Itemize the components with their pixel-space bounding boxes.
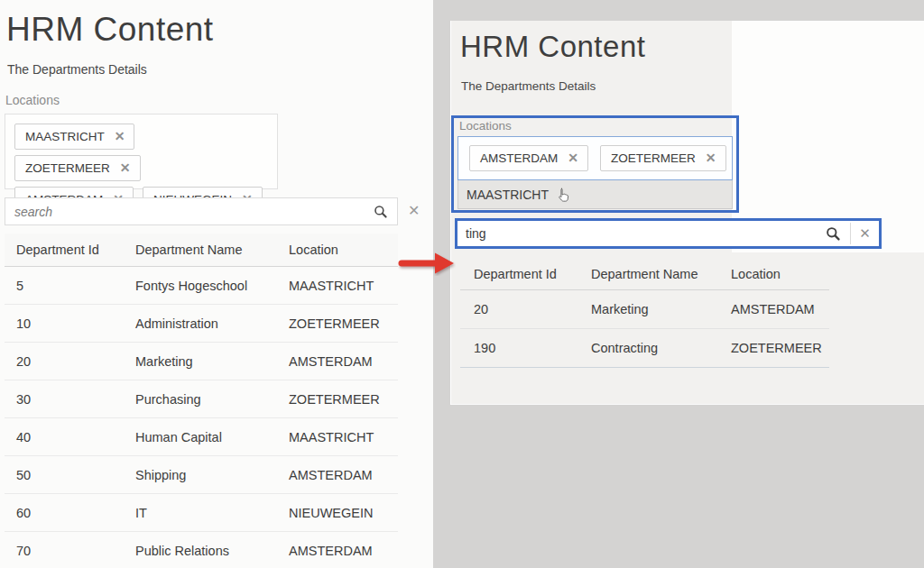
- locations-chips-box[interactable]: AMSTERDAM ✕ ZOETERMEER ✕: [457, 136, 733, 180]
- departments-table-filtered: Department Id Department Name Location 2…: [460, 258, 829, 368]
- chip-remove-icon[interactable]: ✕: [568, 151, 578, 164]
- col-department-name: Department Name: [591, 267, 731, 281]
- cell-location: ZOETERMEER: [731, 341, 829, 355]
- col-department-id: Department Id: [474, 267, 591, 281]
- cell-id: 10: [16, 316, 135, 331]
- cell-location: AMSTERDAM: [289, 354, 398, 369]
- cell-location: MAASTRICHT: [289, 430, 398, 444]
- cell-name: Marketing: [591, 302, 731, 316]
- table-row[interactable]: 70 Public Relations AMSTERDAM: [5, 532, 398, 568]
- cell-location: AMSTERDAM: [731, 302, 829, 316]
- chip-label: ZOETERMEER: [611, 151, 696, 165]
- table-row[interactable]: 190 Contracting ZOETERMEER: [460, 329, 829, 368]
- cell-id: 40: [16, 430, 135, 444]
- col-department-name: Department Name: [135, 243, 289, 257]
- chip-label: MAASTRICHT: [25, 130, 105, 143]
- search-clear-icon[interactable]: ✕: [851, 221, 879, 246]
- cell-name: Public Relations: [135, 544, 289, 558]
- col-location: Location: [289, 243, 398, 257]
- cell-id: 30: [16, 392, 135, 407]
- cell-name: Human Capital: [135, 430, 289, 444]
- locations-chips-box[interactable]: MAASTRICHT ✕ ZOETERMEER ✕ AMSTERDAM ✕ NI…: [5, 114, 278, 189]
- cell-location: ZOETERMEER: [289, 316, 398, 331]
- table-header: Department Id Department Name Location: [5, 234, 398, 267]
- dropdown-option-label: MAASTRICHT: [467, 188, 549, 202]
- locations-label: Locations: [459, 119, 512, 133]
- col-location: Location: [731, 267, 829, 281]
- table-row[interactable]: 10 Administration ZOETERMEER: [5, 305, 398, 343]
- cell-id: 70: [16, 544, 135, 558]
- table-row[interactable]: 60 IT NIEUWEGEIN: [5, 494, 398, 532]
- chip-label: ZOETERMEER: [25, 161, 110, 175]
- page-subtitle: The Departments Details: [7, 62, 147, 77]
- cell-name: Administration: [135, 316, 289, 331]
- cell-location: NIEUWEGEIN: [289, 506, 398, 520]
- search-box[interactable]: [5, 197, 398, 225]
- table-row[interactable]: 20 Marketing AMSTERDAM: [460, 290, 829, 329]
- chip-amsterdam[interactable]: AMSTERDAM ✕: [469, 145, 588, 171]
- cell-id: 5: [16, 279, 135, 293]
- chip-remove-icon[interactable]: ✕: [120, 161, 131, 174]
- table-header: Department Id Department Name Location: [460, 258, 829, 290]
- search-input[interactable]: [14, 205, 374, 219]
- search-clear-icon[interactable]: ✕: [408, 204, 420, 218]
- cell-location: MAASTRICHT: [289, 279, 398, 293]
- cell-id: 190: [474, 341, 591, 355]
- departments-table: Department Id Department Name Location 5…: [5, 234, 398, 568]
- cell-name: Purchasing: [135, 392, 289, 407]
- search-input[interactable]: [466, 226, 826, 241]
- chip-zoetermeer[interactable]: ZOETERMEER ✕: [14, 155, 141, 181]
- cell-name: IT: [135, 506, 289, 520]
- table-row[interactable]: 30 Purchasing ZOETERMEER: [5, 380, 398, 418]
- cell-name: Fontys Hogeschool: [135, 279, 289, 293]
- table-row[interactable]: 20 Marketing AMSTERDAM: [5, 343, 398, 380]
- page-title: HRM Content: [6, 11, 214, 49]
- red-arrow-icon: [398, 251, 456, 276]
- cell-id: 20: [474, 302, 591, 316]
- col-department-id: Department Id: [16, 243, 135, 257]
- dropdown-option-maastricht[interactable]: MAASTRICHT: [457, 180, 733, 209]
- table-row[interactable]: 40 Human Capital MAASTRICHT: [5, 418, 398, 456]
- cell-location: AMSTERDAM: [289, 544, 398, 558]
- search-icon[interactable]: [826, 226, 841, 242]
- search-annotation-box[interactable]: ✕: [455, 218, 882, 249]
- left-app-panel: HRM Content The Departments Details Loca…: [0, 0, 433, 568]
- cell-name: Marketing: [135, 354, 289, 369]
- chip-zoetermeer[interactable]: ZOETERMEER ✕: [600, 145, 726, 171]
- cell-id: 50: [16, 468, 135, 482]
- search-icon[interactable]: [374, 205, 388, 219]
- cell-location: ZOETERMEER: [289, 392, 398, 407]
- table-row[interactable]: 50 Shipping AMSTERDAM: [5, 456, 398, 494]
- chip-label: AMSTERDAM: [480, 151, 558, 165]
- cell-name: Contracting: [591, 341, 731, 355]
- cell-name: Shipping: [135, 468, 289, 482]
- cell-id: 60: [16, 506, 135, 520]
- locations-label: Locations: [5, 93, 60, 107]
- chip-remove-icon[interactable]: ✕: [115, 130, 125, 142]
- chip-maastricht[interactable]: MAASTRICHT ✕: [14, 124, 134, 150]
- table-row[interactable]: 5 Fontys Hogeschool MAASTRICHT: [5, 267, 398, 305]
- hand-cursor-icon: [554, 187, 571, 204]
- cell-location: AMSTERDAM: [289, 468, 398, 482]
- chip-remove-icon[interactable]: ✕: [706, 151, 716, 164]
- search-box[interactable]: [457, 221, 850, 246]
- page-title-zoomed: HRM Content: [460, 30, 645, 64]
- locations-annotation-box: Locations AMSTERDAM ✕ ZOETERMEER ✕ MAAST…: [451, 115, 739, 213]
- page-subtitle-zoomed: The Departments Details: [461, 79, 596, 93]
- cell-id: 20: [16, 354, 135, 369]
